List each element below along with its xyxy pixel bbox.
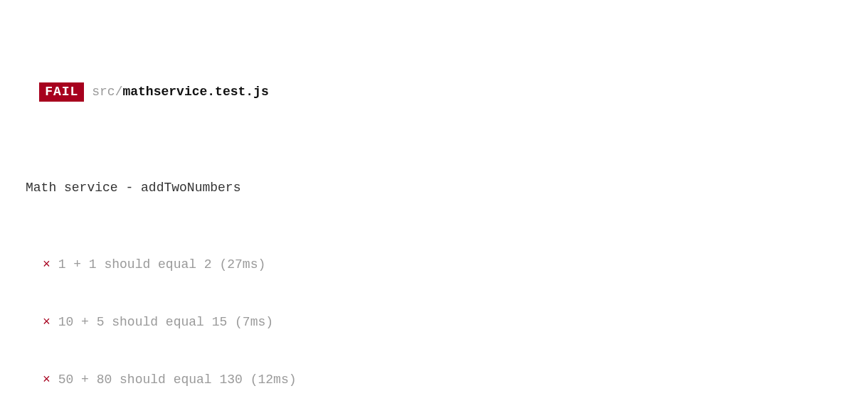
file-path-file: mathservice.test.js (122, 85, 268, 99)
test-label: 1 + 1 should equal 2 (27ms) (58, 257, 266, 272)
fail-mark-icon: × (43, 315, 51, 329)
suite-name: Math service - addTwoNumbers (9, 178, 859, 198)
test-output: FAIL src/mathservice.test.js Math servic… (0, 0, 868, 418)
fail-mark-icon: × (43, 373, 51, 387)
test-result-row: × 50 + 80 should equal 130 (12ms) (9, 370, 859, 390)
test-result-row: × 1 + 1 should equal 2 (27ms) (9, 255, 859, 274)
test-result-row: × 10 + 5 should equal 15 (7ms) (9, 313, 859, 332)
fail-badge: FAIL (39, 82, 84, 102)
file-path-prefix: src/ (92, 85, 122, 99)
test-label: 10 + 5 should equal 15 (7ms) (58, 315, 273, 329)
fail-mark-icon: × (43, 257, 51, 272)
test-label: 50 + 80 should equal 130 (12ms) (58, 373, 297, 387)
file-header: FAIL src/mathservice.test.js (9, 63, 859, 121)
